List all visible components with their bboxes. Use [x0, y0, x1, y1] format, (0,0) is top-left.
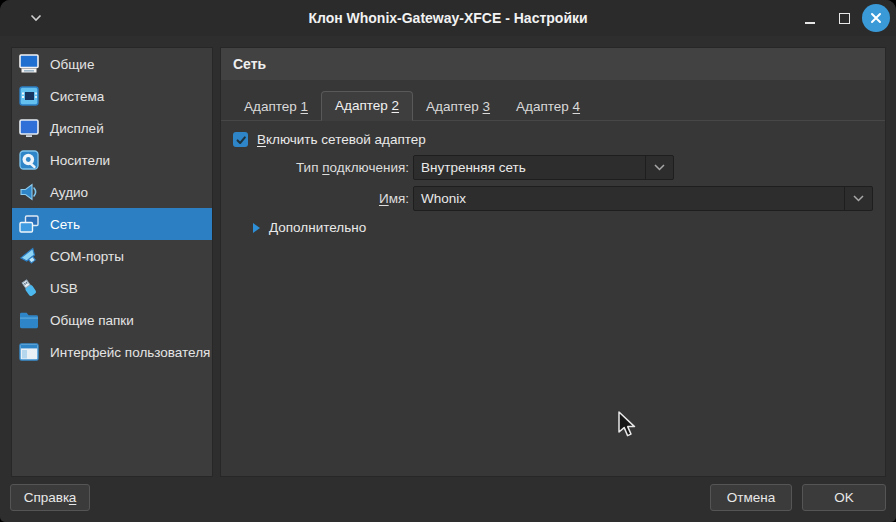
audio-icon	[16, 179, 42, 205]
display-icon	[16, 115, 42, 141]
enable-adapter-label: Включить сетевой адаптер	[257, 132, 426, 147]
shared-folders-icon	[16, 307, 42, 333]
settings-dialog: Клон Whonix-Gateway-XFCE - Настройки Общ…	[0, 0, 896, 522]
tab-label: Адаптер	[244, 99, 301, 114]
tab-label-mnemonic: 4	[573, 99, 581, 114]
sidebar-item-network[interactable]: Сеть	[12, 208, 212, 240]
settings-category-list: Общие Система Дисплей Носители Аудио	[11, 47, 213, 477]
network-name-value: Whonix	[414, 191, 844, 206]
sidebar-item-label: Общие	[50, 57, 94, 72]
help-button[interactable]: Справка	[10, 484, 90, 511]
sidebar-item-label: Дисплей	[50, 121, 104, 136]
enable-adapter-checkbox[interactable]	[233, 132, 248, 147]
sidebar-item-label: Система	[50, 89, 104, 104]
window-title: Клон Whonix-Gateway-XFCE - Настройки	[0, 0, 896, 36]
sidebar-item-usb[interactable]: USB	[12, 272, 212, 304]
attachment-type-select[interactable]: Внутренняя сеть	[413, 155, 674, 180]
sidebar-item-shared-folders[interactable]: Общие папки	[12, 304, 212, 336]
user-interface-icon	[16, 339, 42, 365]
attachment-type-label: Тип подключения:	[221, 155, 409, 180]
sidebar-item-serial-ports[interactable]: COM-порты	[12, 240, 212, 272]
tab-label: Адаптер	[335, 98, 392, 113]
minimize-icon	[805, 22, 815, 24]
tab-adapter-4[interactable]: Адаптер 4	[503, 94, 593, 120]
storage-icon	[16, 147, 42, 173]
advanced-label: Дополнительно	[269, 220, 366, 235]
titlebar: Клон Whonix-Gateway-XFCE - Настройки	[0, 0, 896, 36]
close-icon	[870, 12, 882, 24]
sidebar-item-label: Сеть	[50, 217, 80, 232]
sidebar-item-audio[interactable]: Аудио	[12, 176, 212, 208]
tab-label: Адаптер	[426, 99, 483, 114]
close-button[interactable]	[862, 4, 890, 32]
sidebar-item-label: USB	[50, 281, 78, 296]
sidebar-item-user-interface[interactable]: Интерфейс пользователя	[12, 336, 212, 368]
advanced-expander[interactable]: Дополнительно	[253, 220, 366, 235]
usb-icon	[16, 275, 42, 301]
network-name-combobox[interactable]: Whonix	[413, 186, 873, 211]
chevron-down-icon[interactable]	[645, 156, 673, 179]
tab-label-mnemonic: 2	[392, 98, 400, 113]
enable-adapter-row: Включить сетевой адаптер	[233, 132, 426, 147]
sidebar-item-label: Аудио	[50, 185, 88, 200]
tab-adapter-1[interactable]: Адаптер 1	[231, 94, 321, 120]
adapter-tabbar: Адаптер 1 Адаптер 2 Адаптер 3 Адаптер 4	[221, 91, 885, 121]
tab-label: Адаптер	[516, 99, 573, 114]
maximize-button[interactable]	[832, 6, 856, 30]
system-icon	[16, 83, 42, 109]
general-icon	[16, 51, 42, 77]
chevron-down-icon[interactable]	[844, 187, 872, 210]
attachment-type-value: Внутренняя сеть	[414, 160, 645, 175]
checkmark-icon	[235, 134, 247, 146]
network-settings-panel: Сеть Адаптер 1 Адаптер 2 Адаптер 3 Адапт…	[220, 47, 886, 477]
sidebar-item-general[interactable]: Общие	[12, 48, 212, 80]
sidebar-item-label: Интерфейс пользователя	[50, 345, 210, 360]
sidebar-item-system[interactable]: Система	[12, 80, 212, 112]
network-name-label: Имя:	[221, 186, 409, 211]
tab-adapter-3[interactable]: Адаптер 3	[413, 94, 503, 120]
cancel-button[interactable]: Отмена	[710, 484, 792, 511]
sidebar-item-label: Общие папки	[50, 313, 134, 328]
ok-button[interactable]: OK	[802, 484, 886, 511]
tab-adapter-2[interactable]: Адаптер 2	[321, 91, 413, 121]
serial-ports-icon	[16, 243, 42, 269]
tab-label-mnemonic: 1	[301, 99, 309, 114]
minimize-button[interactable]	[798, 6, 822, 30]
tab-label-mnemonic: 3	[483, 99, 491, 114]
sidebar-item-label: COM-порты	[50, 249, 124, 264]
maximize-icon	[839, 13, 850, 24]
sidebar-item-display[interactable]: Дисплей	[12, 112, 212, 144]
network-icon	[16, 211, 42, 237]
sidebar-item-storage[interactable]: Носители	[12, 144, 212, 176]
sidebar-item-label: Носители	[50, 153, 110, 168]
expander-arrow-icon	[253, 223, 260, 233]
page-title: Сеть	[221, 48, 885, 80]
